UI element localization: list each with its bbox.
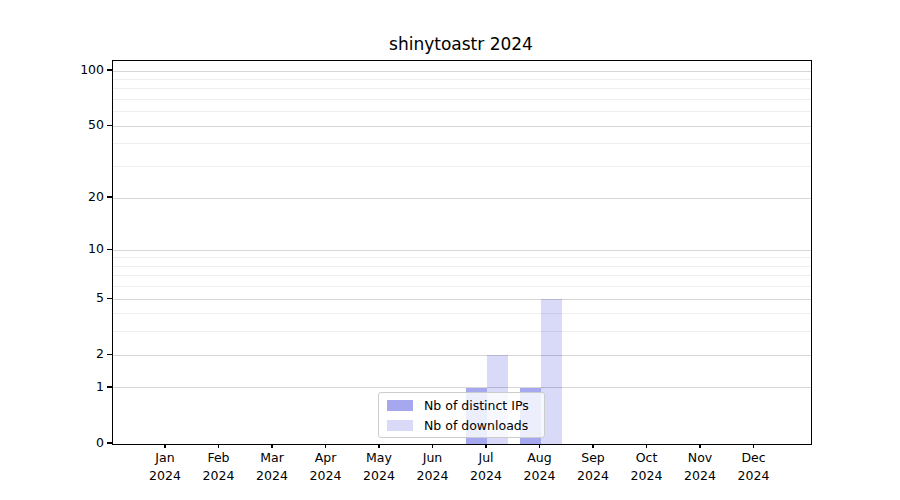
legend-label-distinct-ips: Nb of distinct IPs xyxy=(424,398,529,413)
x-tick-label: Sep2024 xyxy=(566,449,620,484)
x-tick-month: Feb xyxy=(192,449,246,467)
x-axis-tick xyxy=(646,444,647,448)
gridline-major xyxy=(113,71,811,72)
gridline-minor xyxy=(113,286,811,287)
legend-swatch-distinct-ips xyxy=(387,400,413,411)
x-tick-year: 2024 xyxy=(138,467,192,485)
x-tick-year: 2024 xyxy=(459,467,513,485)
gridline-minor xyxy=(113,79,811,80)
gridline-major xyxy=(113,387,811,388)
gridline-minor xyxy=(113,88,811,89)
x-tick-label: Jul2024 xyxy=(459,449,513,484)
x-tick-month: Jan xyxy=(138,449,192,467)
x-tick-year: 2024 xyxy=(566,467,620,485)
y-tick-label: 0 xyxy=(0,436,104,450)
y-tick-label: 20 xyxy=(0,190,104,204)
gridline-minor xyxy=(113,143,811,144)
x-axis-tick xyxy=(699,444,700,448)
x-tick-label: Aug2024 xyxy=(513,449,567,484)
x-tick-month: Apr xyxy=(299,449,353,467)
x-axis-tick xyxy=(753,444,754,448)
x-tick-year: 2024 xyxy=(299,467,353,485)
x-tick-month: Oct xyxy=(620,449,674,467)
x-tick-label: May2024 xyxy=(352,449,406,484)
y-tick-label: 10 xyxy=(0,242,104,256)
x-axis-tick xyxy=(539,444,540,448)
x-axis-tick xyxy=(485,444,486,448)
chart-title: shinytoastr 2024 xyxy=(112,34,810,54)
x-tick-year: 2024 xyxy=(620,467,674,485)
x-tick-year: 2024 xyxy=(406,467,460,485)
chart-figure: shinytoastr 2024 0125102050100Jan2024Feb… xyxy=(0,0,900,500)
x-tick-label: Jan2024 xyxy=(138,449,192,484)
legend-swatch-downloads xyxy=(387,420,413,431)
plot-area xyxy=(112,60,812,445)
x-axis-tick xyxy=(218,444,219,448)
gridline-major xyxy=(113,355,811,356)
y-axis-tick xyxy=(107,196,112,197)
y-tick-label: 5 xyxy=(0,291,104,305)
gridline-minor xyxy=(113,275,811,276)
gridline-major xyxy=(113,299,811,300)
y-axis-tick xyxy=(107,386,112,387)
y-tick-label: 2 xyxy=(0,347,104,361)
x-tick-label: Apr2024 xyxy=(299,449,353,484)
legend-item-downloads: Nb of downloads xyxy=(387,418,536,433)
x-tick-year: 2024 xyxy=(513,467,567,485)
y-tick-label: 100 xyxy=(0,63,104,77)
gridline-major xyxy=(113,250,811,251)
x-tick-label: Feb2024 xyxy=(192,449,246,484)
x-tick-month: Jul xyxy=(459,449,513,467)
x-tick-label: Nov2024 xyxy=(673,449,727,484)
x-tick-month: Jun xyxy=(406,449,460,467)
y-axis-tick xyxy=(107,125,112,126)
x-axis-tick xyxy=(271,444,272,448)
x-tick-label: Oct2024 xyxy=(620,449,674,484)
x-axis-tick xyxy=(325,444,326,448)
gridline-minor xyxy=(113,111,811,112)
x-tick-year: 2024 xyxy=(352,467,406,485)
x-axis-tick xyxy=(432,444,433,448)
x-tick-label: Dec2024 xyxy=(727,449,781,484)
y-axis-tick xyxy=(107,69,112,70)
y-axis-tick xyxy=(107,354,112,355)
y-axis-tick xyxy=(107,298,112,299)
x-tick-month: Mar xyxy=(245,449,299,467)
x-axis-tick xyxy=(164,444,165,448)
x-tick-year: 2024 xyxy=(192,467,246,485)
x-tick-month: Nov xyxy=(673,449,727,467)
gridline-minor xyxy=(113,331,811,332)
x-tick-year: 2024 xyxy=(245,467,299,485)
y-axis-tick xyxy=(107,442,112,443)
x-tick-month: Dec xyxy=(727,449,781,467)
gridline-minor xyxy=(113,313,811,314)
legend: Nb of distinct IPs Nb of downloads xyxy=(378,392,545,438)
gridline-minor xyxy=(113,99,811,100)
gridline-major xyxy=(113,198,811,199)
gridline-minor xyxy=(113,257,811,258)
x-axis-tick xyxy=(378,444,379,448)
x-tick-label: Jun2024 xyxy=(406,449,460,484)
y-axis-tick xyxy=(107,249,112,250)
y-tick-label: 1 xyxy=(0,380,104,394)
gridline-minor xyxy=(113,266,811,267)
gridline-minor xyxy=(113,166,811,167)
x-tick-year: 2024 xyxy=(727,467,781,485)
y-tick-label: 50 xyxy=(0,118,104,132)
x-tick-month: May xyxy=(352,449,406,467)
x-tick-label: Mar2024 xyxy=(245,449,299,484)
x-tick-month: Aug xyxy=(513,449,567,467)
x-axis-tick xyxy=(592,444,593,448)
legend-label-downloads: Nb of downloads xyxy=(424,418,528,433)
x-tick-month: Sep xyxy=(566,449,620,467)
gridline-major xyxy=(113,126,811,127)
x-tick-year: 2024 xyxy=(673,467,727,485)
legend-item-distinct-ips: Nb of distinct IPs xyxy=(387,398,536,413)
